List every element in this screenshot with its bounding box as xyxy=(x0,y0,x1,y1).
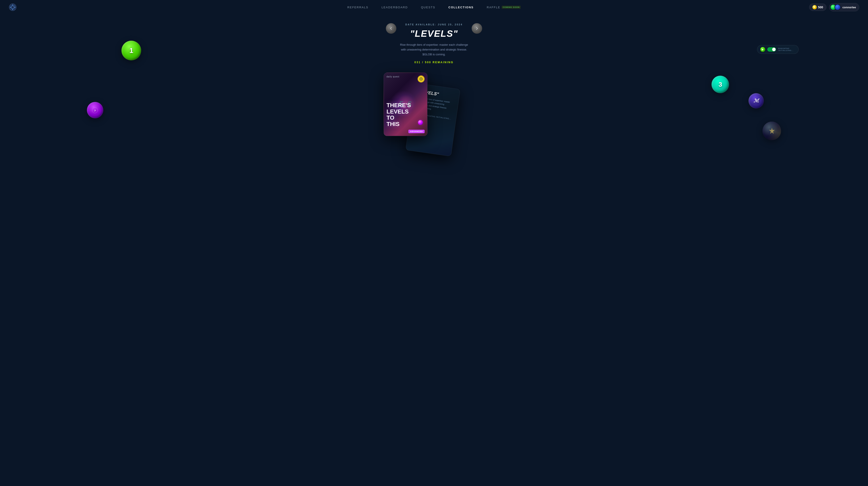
toggle-widget-knob xyxy=(772,48,776,51)
card-icon-top xyxy=(417,75,425,83)
avatar-group xyxy=(830,4,841,10)
nav-raffle-group: RAFFLE COMING SOON xyxy=(487,6,521,9)
cards-area: daily quest 5 6 THERE'SLEVELSTOTHIS ADVA… xyxy=(379,73,489,160)
username: connorlee xyxy=(842,6,856,9)
svg-point-9 xyxy=(14,8,15,9)
toggle-widget-switch[interactable] xyxy=(767,47,776,52)
svg-point-2 xyxy=(12,5,13,6)
card-ball-purple xyxy=(418,120,423,125)
main-content: DATE AVAILABLE: JUNE 25, 2024 "LEVELS" R… xyxy=(0,14,868,485)
nav-raffle[interactable]: RAFFLE xyxy=(487,6,500,9)
navigation: REFERRALS LEADERBOARD QUESTS COLLECTIONS… xyxy=(0,0,868,14)
toggle-label: BHAGATAG INITIALIZING... xyxy=(424,115,452,120)
svg-point-5 xyxy=(14,7,16,8)
ball-3: 3 xyxy=(712,76,729,93)
svg-point-6 xyxy=(11,5,11,6)
nav-right: ✦ 500 connorlee xyxy=(809,3,859,11)
coins-badge: ✦ 500 xyxy=(809,3,827,11)
nav-leaderboard[interactable]: LEADERBOARD xyxy=(381,6,408,9)
ball-7: › xyxy=(87,102,103,118)
card-front[interactable]: daily quest 5 6 THERE'SLEVELSTOTHIS ADVA… xyxy=(384,73,428,136)
svg-point-14 xyxy=(421,78,422,79)
toggle-widget-text: BHAGATAG INITIALIZING... xyxy=(778,47,795,52)
remaining-label: 031 / 500 REMAINING xyxy=(414,61,454,64)
coin-icon: ✦ xyxy=(812,5,817,9)
logo[interactable] xyxy=(9,3,17,11)
toggle-widget[interactable]: ▶ BHAGATAG INITIALIZING... xyxy=(757,45,799,54)
collection-title: "LEVELS" xyxy=(410,28,458,39)
svg-point-7 xyxy=(14,5,15,6)
svg-text:›: › xyxy=(94,108,96,112)
ball-dark xyxy=(763,122,781,140)
svg-point-4 xyxy=(10,7,11,8)
svg-point-3 xyxy=(12,9,13,10)
card-advanced-badge: ADVANCED xyxy=(408,130,425,133)
card-title-main: THERE'SLEVELSTOTHIS xyxy=(386,102,411,127)
coming-soon-badge: COMING SOON xyxy=(502,6,521,9)
svg-point-8 xyxy=(11,8,11,9)
svg-marker-12 xyxy=(769,128,775,134)
arrow-left-button[interactable] xyxy=(386,23,396,34)
date-label: DATE AVAILABLE: JUNE 25, 2024 xyxy=(405,23,463,26)
avatar-user xyxy=(835,4,841,10)
arrow-right-button[interactable] xyxy=(472,23,482,34)
coins-value: 500 xyxy=(818,5,823,9)
nav-referrals[interactable]: REFERRALS xyxy=(347,6,368,9)
card-front-inner: daily quest 5 6 THERE'SLEVELSTOTHIS ADVA… xyxy=(384,73,427,136)
ball-m: ℳ xyxy=(748,93,764,108)
nav-collections[interactable]: COLLECTIONS xyxy=(448,6,474,9)
collection-description: Rise through tiers of expertise: master … xyxy=(399,42,469,57)
user-badge[interactable]: connorlee xyxy=(829,3,859,11)
ball-1: 1 xyxy=(121,41,141,60)
toggle-widget-icon: ▶ xyxy=(760,47,765,52)
nav-quests[interactable]: QUESTS xyxy=(421,6,435,9)
nav-links: REFERRALS LEADERBOARD QUESTS COLLECTIONS… xyxy=(347,6,521,9)
